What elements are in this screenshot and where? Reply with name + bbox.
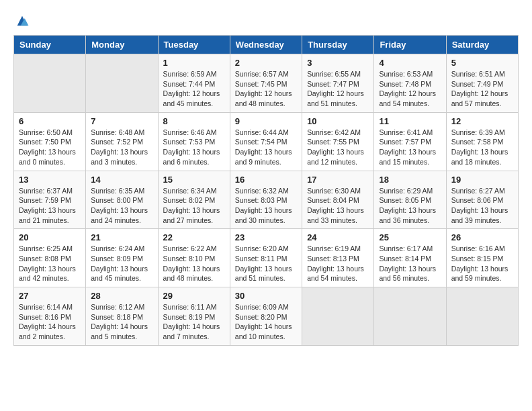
day-info: Sunrise: 6:34 AM Sunset: 8:02 PM Dayligh… — [163, 186, 225, 226]
day-info: Sunrise: 6:42 AM Sunset: 7:55 PM Dayligh… — [307, 128, 369, 167]
day-header-saturday: Saturday — [446, 36, 518, 54]
day-info: Sunrise: 6:41 AM Sunset: 7:57 PM Dayligh… — [379, 128, 441, 167]
day-info: Sunrise: 6:53 AM Sunset: 7:48 PM Dayligh… — [379, 69, 441, 109]
day-info: Sunrise: 6:09 AM Sunset: 8:20 PM Dayligh… — [235, 302, 297, 342]
day-info: Sunrise: 6:11 AM Sunset: 8:19 PM Dayligh… — [163, 302, 225, 342]
day-info: Sunrise: 6:16 AM Sunset: 8:15 PM Dayligh… — [451, 244, 513, 283]
calendar-cell: 27Sunrise: 6:14 AM Sunset: 8:16 PM Dayli… — [14, 287, 86, 346]
calendar-cell: 25Sunrise: 6:17 AM Sunset: 8:14 PM Dayli… — [374, 229, 446, 287]
day-info: Sunrise: 6:39 AM Sunset: 7:58 PM Dayligh… — [451, 128, 513, 167]
calendar-cell: 8Sunrise: 6:46 AM Sunset: 7:53 PM Daylig… — [158, 112, 230, 171]
day-header-wednesday: Wednesday — [230, 36, 302, 54]
calendar-cell: 21Sunrise: 6:24 AM Sunset: 8:09 PM Dayli… — [86, 229, 158, 287]
day-number: 10 — [307, 116, 369, 126]
day-number: 4 — [379, 58, 441, 68]
day-number: 16 — [235, 175, 297, 185]
day-info: Sunrise: 6:30 AM Sunset: 8:04 PM Dayligh… — [307, 186, 369, 226]
day-number: 7 — [91, 116, 152, 126]
day-number: 14 — [91, 175, 152, 185]
day-number: 2 — [235, 58, 297, 68]
day-header-tuesday: Tuesday — [158, 36, 230, 54]
calendar-cell: 24Sunrise: 6:19 AM Sunset: 8:13 PM Dayli… — [302, 229, 374, 287]
calendar-cell: 12Sunrise: 6:39 AM Sunset: 7:58 PM Dayli… — [446, 112, 518, 171]
day-info: Sunrise: 6:25 AM Sunset: 8:08 PM Dayligh… — [19, 244, 81, 283]
day-info: Sunrise: 6:44 AM Sunset: 7:54 PM Dayligh… — [235, 128, 297, 167]
day-number: 1 — [163, 58, 225, 68]
calendar-cell: 4Sunrise: 6:53 AM Sunset: 7:48 PM Daylig… — [374, 54, 446, 113]
day-info: Sunrise: 6:27 AM Sunset: 8:06 PM Dayligh… — [451, 186, 513, 226]
calendar-cell: 3Sunrise: 6:55 AM Sunset: 7:47 PM Daylig… — [302, 54, 374, 113]
day-number: 18 — [379, 175, 441, 185]
day-info: Sunrise: 6:22 AM Sunset: 8:10 PM Dayligh… — [163, 244, 225, 283]
calendar-table: SundayMondayTuesdayWednesdayThursdayFrid… — [13, 35, 519, 346]
day-header-friday: Friday — [374, 36, 446, 54]
day-number: 23 — [235, 232, 297, 242]
calendar-cell: 10Sunrise: 6:42 AM Sunset: 7:55 PM Dayli… — [302, 112, 374, 171]
calendar-cell: 14Sunrise: 6:35 AM Sunset: 8:00 PM Dayli… — [86, 171, 158, 229]
day-info: Sunrise: 6:48 AM Sunset: 7:52 PM Dayligh… — [91, 128, 152, 167]
calendar-cell: 20Sunrise: 6:25 AM Sunset: 8:08 PM Dayli… — [14, 229, 86, 287]
day-info: Sunrise: 6:51 AM Sunset: 7:49 PM Dayligh… — [451, 69, 513, 109]
day-number: 20 — [19, 232, 81, 242]
calendar-cell: 9Sunrise: 6:44 AM Sunset: 7:54 PM Daylig… — [230, 112, 302, 171]
day-info: Sunrise: 6:20 AM Sunset: 8:11 PM Dayligh… — [235, 244, 297, 283]
calendar-cell — [14, 54, 86, 113]
page-header — [13, 13, 519, 28]
day-number: 17 — [307, 175, 369, 185]
calendar-cell: 7Sunrise: 6:48 AM Sunset: 7:52 PM Daylig… — [86, 112, 158, 171]
day-number: 21 — [91, 232, 152, 242]
day-info: Sunrise: 6:59 AM Sunset: 7:44 PM Dayligh… — [163, 69, 225, 109]
day-number: 9 — [235, 116, 297, 126]
calendar-cell: 18Sunrise: 6:29 AM Sunset: 8:05 PM Dayli… — [374, 171, 446, 229]
day-info: Sunrise: 6:37 AM Sunset: 7:59 PM Dayligh… — [19, 186, 81, 226]
calendar-cell: 28Sunrise: 6:12 AM Sunset: 8:18 PM Dayli… — [86, 287, 158, 346]
calendar-cell: 15Sunrise: 6:34 AM Sunset: 8:02 PM Dayli… — [158, 171, 230, 229]
day-number: 13 — [19, 175, 81, 185]
calendar-cell: 16Sunrise: 6:32 AM Sunset: 8:03 PM Dayli… — [230, 171, 302, 229]
day-info: Sunrise: 6:19 AM Sunset: 8:13 PM Dayligh… — [307, 244, 369, 283]
day-info: Sunrise: 6:14 AM Sunset: 8:16 PM Dayligh… — [19, 302, 81, 342]
calendar-cell: 23Sunrise: 6:20 AM Sunset: 8:11 PM Dayli… — [230, 229, 302, 287]
day-header-sunday: Sunday — [14, 36, 86, 54]
day-info: Sunrise: 6:12 AM Sunset: 8:18 PM Dayligh… — [91, 302, 152, 342]
day-number: 15 — [163, 175, 225, 185]
day-number: 8 — [163, 116, 225, 126]
calendar-cell: 11Sunrise: 6:41 AM Sunset: 7:57 PM Dayli… — [374, 112, 446, 171]
day-number: 3 — [307, 58, 369, 68]
calendar-cell: 17Sunrise: 6:30 AM Sunset: 8:04 PM Dayli… — [302, 171, 374, 229]
day-info: Sunrise: 6:29 AM Sunset: 8:05 PM Dayligh… — [379, 186, 441, 226]
calendar-cell: 22Sunrise: 6:22 AM Sunset: 8:10 PM Dayli… — [158, 229, 230, 287]
calendar-cell: 5Sunrise: 6:51 AM Sunset: 7:49 PM Daylig… — [446, 54, 518, 113]
day-info: Sunrise: 6:32 AM Sunset: 8:03 PM Dayligh… — [235, 186, 297, 226]
calendar-cell: 1Sunrise: 6:59 AM Sunset: 7:44 PM Daylig… — [158, 54, 230, 113]
day-number: 11 — [379, 116, 441, 126]
day-number: 6 — [19, 116, 81, 126]
day-number: 25 — [379, 232, 441, 242]
day-info: Sunrise: 6:50 AM Sunset: 7:50 PM Dayligh… — [19, 128, 81, 167]
day-info: Sunrise: 6:17 AM Sunset: 8:14 PM Dayligh… — [379, 244, 441, 283]
calendar-cell: 6Sunrise: 6:50 AM Sunset: 7:50 PM Daylig… — [14, 112, 86, 171]
day-number: 24 — [307, 232, 369, 242]
day-number: 27 — [19, 291, 81, 301]
day-info: Sunrise: 6:35 AM Sunset: 8:00 PM Dayligh… — [91, 186, 152, 226]
calendar-cell: 2Sunrise: 6:57 AM Sunset: 7:45 PM Daylig… — [230, 54, 302, 113]
calendar-cell — [446, 287, 518, 346]
day-header-monday: Monday — [86, 36, 158, 54]
logo — [13, 13, 30, 28]
day-header-thursday: Thursday — [302, 36, 374, 54]
calendar-cell — [302, 287, 374, 346]
day-number: 12 — [451, 116, 513, 126]
day-number: 5 — [451, 58, 513, 68]
calendar-cell: 26Sunrise: 6:16 AM Sunset: 8:15 PM Dayli… — [446, 229, 518, 287]
calendar-cell: 30Sunrise: 6:09 AM Sunset: 8:20 PM Dayli… — [230, 287, 302, 346]
day-number: 28 — [91, 291, 152, 301]
logo-icon — [15, 13, 30, 28]
day-info: Sunrise: 6:57 AM Sunset: 7:45 PM Dayligh… — [235, 69, 297, 109]
day-number: 30 — [235, 291, 297, 301]
day-info: Sunrise: 6:55 AM Sunset: 7:47 PM Dayligh… — [307, 69, 369, 109]
day-number: 19 — [451, 175, 513, 185]
day-info: Sunrise: 6:46 AM Sunset: 7:53 PM Dayligh… — [163, 128, 225, 167]
day-number: 26 — [451, 232, 513, 242]
calendar-cell: 13Sunrise: 6:37 AM Sunset: 7:59 PM Dayli… — [14, 171, 86, 229]
calendar-cell: 29Sunrise: 6:11 AM Sunset: 8:19 PM Dayli… — [158, 287, 230, 346]
